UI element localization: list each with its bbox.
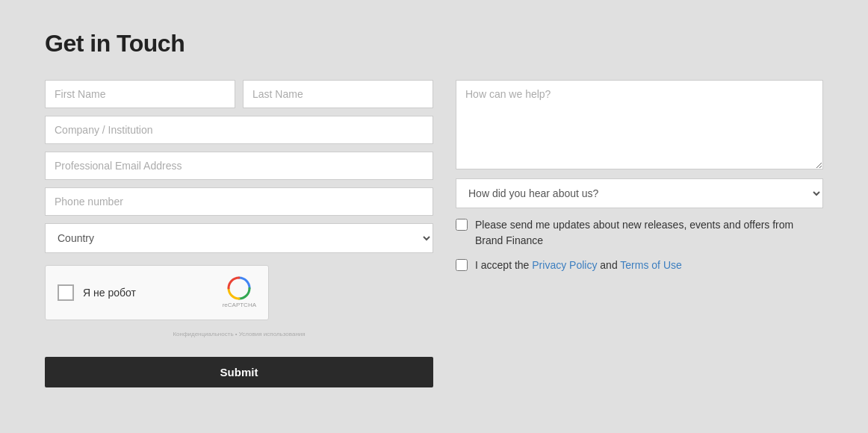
updates-label: Please send me updates about new release…	[475, 217, 823, 249]
captcha-checkbox[interactable]	[58, 284, 74, 301]
captcha-left: Я не робот	[58, 284, 136, 301]
message-textarea[interactable]	[456, 80, 823, 169]
terms-of-use-link[interactable]: Terms of Use	[620, 259, 681, 271]
form-layout: Country Я не робот	[45, 80, 823, 387]
company-input[interactable]	[45, 116, 433, 144]
privacy-and-text: and	[597, 259, 620, 271]
name-row	[45, 80, 433, 108]
last-name-input[interactable]	[243, 80, 433, 108]
page-container: Get in Touch Country Я не робот	[45, 30, 823, 387]
privacy-checkbox-row: I accept the Privacy Policy and Terms of…	[456, 258, 823, 273]
right-column: How did you hear about us? Please send m…	[456, 80, 823, 273]
captcha-box: Я не робот reCAPTCHA	[45, 265, 269, 320]
captcha-right: reCAPTCHA	[223, 276, 256, 309]
privacy-checkbox[interactable]	[456, 259, 468, 271]
captcha-footer: Конфиденциальность • Условия использован…	[45, 331, 433, 337]
recaptcha-icon	[227, 276, 251, 300]
updates-checkbox-row: Please send me updates about new release…	[456, 217, 823, 249]
phone-input[interactable]	[45, 187, 433, 216]
page-title: Get in Touch	[45, 30, 823, 57]
captcha-label: Я не робот	[83, 287, 136, 299]
submit-button[interactable]: Submit	[45, 357, 433, 387]
hear-about-us-select[interactable]: How did you hear about us?	[456, 178, 823, 208]
first-name-input[interactable]	[45, 80, 235, 108]
privacy-label: I accept the Privacy Policy and Terms of…	[475, 258, 682, 273]
privacy-policy-link[interactable]: Privacy Policy	[532, 259, 597, 271]
privacy-before-text: I accept the	[475, 259, 532, 271]
updates-checkbox[interactable]	[456, 219, 468, 231]
left-column: Country Я не робот	[45, 80, 433, 387]
country-select[interactable]: Country	[45, 223, 433, 253]
recaptcha-text: reCAPTCHA	[223, 302, 256, 309]
email-input[interactable]	[45, 152, 433, 180]
